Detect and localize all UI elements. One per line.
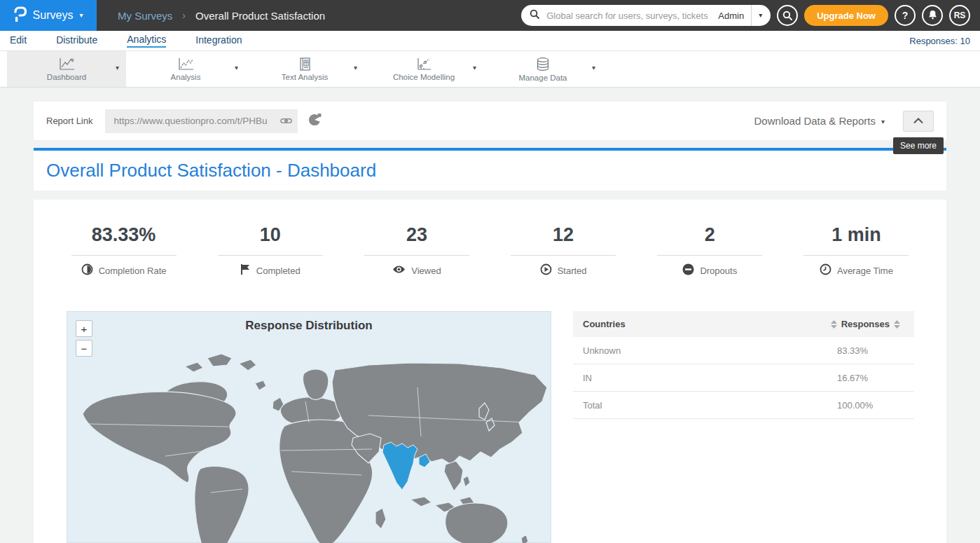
avatar-initials: RS [954,11,966,20]
stat-label: Completion Rate [99,266,167,276]
stat-label: Completed [256,266,301,276]
world-map[interactable] [67,331,552,543]
india-region[interactable] [382,442,417,490]
country-responses: 16.67% [837,373,904,383]
user-avatar[interactable]: RS [949,5,970,26]
database-icon [534,57,552,72]
see-more-tooltip: See more [893,137,944,154]
line-chart-icon [57,57,76,71]
survey-section-nav: Edit Distribute Analytics Integration Re… [0,31,980,51]
countries-column-header[interactable]: Countries [583,319,626,329]
download-data-reports-menu[interactable]: Download Data & Reports [754,115,876,127]
south-america-region [195,467,249,543]
title-bar: Overall Product Satisfaction - Dashboard [34,151,946,191]
tool-tab-text-analysis[interactable]: Text Analysis ▾ [245,51,364,87]
breadcrumb-current-survey: Overall Product Satisfaction [195,10,325,22]
clock-icon [820,263,831,277]
chevron-down-icon[interactable]: ▾ [881,118,885,125]
flag-icon [240,263,251,277]
chevron-down-icon[interactable]: ▾ [592,64,595,71]
breadcrumb-my-surveys[interactable]: My Surveys [118,10,172,22]
table-row: Total 100.00% [573,392,914,419]
responses-column-header[interactable]: Responses [841,319,890,329]
countries-table: Countries Responses Unknown 83.33% IN [573,311,914,543]
chevron-down-icon[interactable]: ▾ [473,64,476,71]
minus-circle-icon [682,263,694,277]
responses-count: Responses: 10 [909,36,970,46]
stat-started: 12 Started [490,224,637,277]
stat-divider [511,255,616,256]
dashboard-page: Report Link Download Data & Reports ▾ Se… [0,88,980,543]
nav-tab-edit[interactable]: Edit [10,34,27,47]
response-distribution-panel: Response Distribution + − [67,311,551,543]
surveys-product-menu[interactable]: Surveys ▾ [0,0,97,31]
stat-value: 83.33% [50,224,197,246]
report-link-input[interactable] [105,109,298,133]
chain-link-icon[interactable] [280,116,292,129]
see-more-toggle-button[interactable] [903,111,934,132]
stat-label: Dropouts [700,266,737,276]
stat-average-time: 1 min Average Time [783,224,930,277]
stat-label: Started [558,266,587,276]
chevron-down-icon[interactable]: ▾ [116,64,119,71]
header-actions: Admin ▾ Upgrade Now ? RS [521,5,980,26]
product-name: Surveys [33,9,74,22]
nav-tab-integration[interactable]: Integration [195,34,242,47]
stat-divider [218,255,323,256]
nav-tab-distribute[interactable]: Distribute [56,34,97,47]
report-link-bar: Report Link Download Data & Reports ▾ Se… [34,102,946,140]
stat-label: Average Time [837,266,893,276]
tool-tab-label: Text Analysis [282,73,328,81]
stat-completed: 10 Completed [197,224,343,277]
document-grid-icon [296,57,314,71]
sort-icon[interactable] [894,320,900,329]
country-responses: 83.33% [837,345,904,356]
countries-table-header: Countries Responses [573,311,914,337]
stat-divider [657,255,762,256]
top-header: Surveys ▾ My Surveys › Overall Product S… [0,0,980,31]
stat-completion-rate: 83.33% Completion Rate [50,224,197,277]
tool-tab-analysis[interactable]: Analysis ▾ [126,51,245,87]
country-name: Unknown [583,345,621,356]
sort-icon[interactable] [831,320,837,329]
notifications-button[interactable] [922,5,943,26]
tool-tab-label: Dashboard [47,73,86,81]
help-button[interactable]: ? [895,5,916,26]
breadcrumb: My Surveys › Overall Product Satisfactio… [118,10,325,22]
search-icon [530,9,539,22]
summary-stats: 83.33% Completion Rate 10 Completed 23 [34,200,946,277]
upgrade-now-button[interactable]: Upgrade Now [804,5,888,26]
table-row: Unknown 83.33% [573,337,914,364]
stat-divider [364,255,469,256]
analytics-toolbar: Dashboard ▾ Analysis ▾ Text Analysis ▾ C… [0,51,980,88]
tool-tab-manage-data[interactable]: Manage Data ▾ [483,51,602,87]
tool-tab-dashboard[interactable]: Dashboard ▾ [7,51,126,87]
chevron-down-icon[interactable]: ▾ [235,64,238,71]
country-name: Total [583,400,602,411]
globe-share-icon[interactable] [308,113,322,129]
nav-tab-analytics[interactable]: Analytics [127,34,166,48]
breadcrumb-separator-icon: › [182,10,186,21]
stat-value: 2 [637,224,783,246]
stat-value: 12 [490,224,637,246]
global-search-input[interactable] [545,10,711,22]
table-row: IN 16.67% [573,364,914,392]
report-link-label: Report Link [46,116,92,126]
chevron-down-icon[interactable]: ▾ [354,64,357,71]
bell-icon [928,10,937,22]
global-search-bar[interactable]: Admin ▾ [521,5,771,26]
tool-tab-choice-modelling[interactable]: Choice Modelling ▾ [364,51,483,87]
line-chart-icon [177,57,195,71]
australia-region [446,503,508,543]
half-circle-icon [81,263,93,277]
search-button[interactable] [777,5,798,26]
map-zoom-in-button[interactable]: + [76,320,92,337]
eye-icon [392,265,406,276]
map-zoom-out-button[interactable]: − [76,340,92,357]
stat-divider [803,255,909,256]
stat-label: Viewed [411,266,441,276]
stat-value: 1 min [783,224,930,246]
stat-divider [71,255,177,256]
questionpro-logo-icon [14,6,27,25]
search-scope-caret-icon[interactable]: ▾ [752,12,771,19]
